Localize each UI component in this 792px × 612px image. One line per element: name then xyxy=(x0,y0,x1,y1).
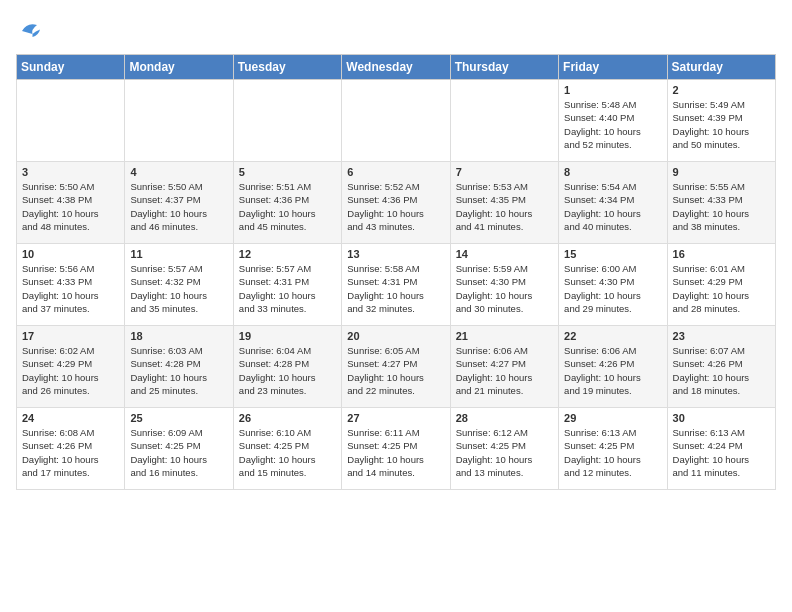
day-info-line: Sunrise: 6:11 AM xyxy=(347,426,444,439)
day-number: 16 xyxy=(673,248,770,260)
day-info-line: Sunset: 4:25 PM xyxy=(456,439,553,452)
day-info-line: and 41 minutes. xyxy=(456,220,553,233)
day-info-line: Daylight: 10 hours xyxy=(564,453,661,466)
day-info-line: Daylight: 10 hours xyxy=(239,207,336,220)
day-header-tuesday: Tuesday xyxy=(233,55,341,80)
logo-icon xyxy=(16,16,46,46)
calendar-cell xyxy=(342,80,450,162)
day-number: 17 xyxy=(22,330,119,342)
day-number: 5 xyxy=(239,166,336,178)
day-info-line: Sunset: 4:31 PM xyxy=(347,275,444,288)
day-info-line: Sunset: 4:31 PM xyxy=(239,275,336,288)
calendar-cell: 7Sunrise: 5:53 AMSunset: 4:35 PMDaylight… xyxy=(450,162,558,244)
day-info-line: Sunset: 4:39 PM xyxy=(673,111,770,124)
day-info-line: Daylight: 10 hours xyxy=(239,371,336,384)
day-info-line: Sunrise: 6:08 AM xyxy=(22,426,119,439)
day-info-line: Daylight: 10 hours xyxy=(347,289,444,302)
day-number: 14 xyxy=(456,248,553,260)
day-info-line: Sunrise: 6:03 AM xyxy=(130,344,227,357)
day-number: 7 xyxy=(456,166,553,178)
day-info-line: Daylight: 10 hours xyxy=(22,207,119,220)
calendar-cell: 16Sunrise: 6:01 AMSunset: 4:29 PMDayligh… xyxy=(667,244,775,326)
day-info-line: Sunset: 4:33 PM xyxy=(673,193,770,206)
day-info-line: and 13 minutes. xyxy=(456,466,553,479)
calendar-cell: 23Sunrise: 6:07 AMSunset: 4:26 PMDayligh… xyxy=(667,326,775,408)
day-info-line: Daylight: 10 hours xyxy=(347,453,444,466)
day-info-line: and 22 minutes. xyxy=(347,384,444,397)
calendar-cell: 8Sunrise: 5:54 AMSunset: 4:34 PMDaylight… xyxy=(559,162,667,244)
calendar-week-row: 3Sunrise: 5:50 AMSunset: 4:38 PMDaylight… xyxy=(17,162,776,244)
day-info-line: and 52 minutes. xyxy=(564,138,661,151)
day-number: 9 xyxy=(673,166,770,178)
day-info-line: Sunrise: 6:09 AM xyxy=(130,426,227,439)
day-info-line: Sunset: 4:26 PM xyxy=(22,439,119,452)
calendar-cell: 6Sunrise: 5:52 AMSunset: 4:36 PMDaylight… xyxy=(342,162,450,244)
day-info-line: Sunset: 4:26 PM xyxy=(564,357,661,370)
day-info-line: Sunset: 4:29 PM xyxy=(22,357,119,370)
day-info-line: Sunset: 4:30 PM xyxy=(456,275,553,288)
day-info-line: Sunrise: 5:55 AM xyxy=(673,180,770,193)
day-info-line: and 21 minutes. xyxy=(456,384,553,397)
day-number: 2 xyxy=(673,84,770,96)
day-info-line: Daylight: 10 hours xyxy=(456,371,553,384)
day-info-line: Sunrise: 6:13 AM xyxy=(564,426,661,439)
calendar-cell: 3Sunrise: 5:50 AMSunset: 4:38 PMDaylight… xyxy=(17,162,125,244)
day-header-monday: Monday xyxy=(125,55,233,80)
day-info-line: Sunrise: 5:52 AM xyxy=(347,180,444,193)
day-number: 10 xyxy=(22,248,119,260)
calendar-table: SundayMondayTuesdayWednesdayThursdayFrid… xyxy=(16,54,776,490)
day-info-line: and 25 minutes. xyxy=(130,384,227,397)
day-info-line: and 38 minutes. xyxy=(673,220,770,233)
calendar-cell: 28Sunrise: 6:12 AMSunset: 4:25 PMDayligh… xyxy=(450,408,558,490)
day-number: 1 xyxy=(564,84,661,96)
day-info-line: Sunset: 4:25 PM xyxy=(130,439,227,452)
day-number: 11 xyxy=(130,248,227,260)
day-info-line: Daylight: 10 hours xyxy=(22,289,119,302)
calendar-week-row: 10Sunrise: 5:56 AMSunset: 4:33 PMDayligh… xyxy=(17,244,776,326)
day-info-line: and 14 minutes. xyxy=(347,466,444,479)
day-header-saturday: Saturday xyxy=(667,55,775,80)
day-number: 6 xyxy=(347,166,444,178)
day-info-line: Sunrise: 5:51 AM xyxy=(239,180,336,193)
day-info-line: Daylight: 10 hours xyxy=(239,289,336,302)
day-info-line: Daylight: 10 hours xyxy=(239,453,336,466)
day-info-line: Daylight: 10 hours xyxy=(347,207,444,220)
day-info-line: Sunrise: 5:57 AM xyxy=(239,262,336,275)
day-info-line: Sunrise: 6:04 AM xyxy=(239,344,336,357)
day-info-line: Sunrise: 6:07 AM xyxy=(673,344,770,357)
day-info-line: Sunset: 4:35 PM xyxy=(456,193,553,206)
day-info-line: and 26 minutes. xyxy=(22,384,119,397)
day-info-line: Sunrise: 6:06 AM xyxy=(456,344,553,357)
day-info-line: and 46 minutes. xyxy=(130,220,227,233)
day-number: 30 xyxy=(673,412,770,424)
day-header-friday: Friday xyxy=(559,55,667,80)
day-info-line: and 12 minutes. xyxy=(564,466,661,479)
day-info-line: Daylight: 10 hours xyxy=(130,289,227,302)
day-info-line: and 29 minutes. xyxy=(564,302,661,315)
day-info-line: Daylight: 10 hours xyxy=(564,207,661,220)
day-info-line: Daylight: 10 hours xyxy=(673,207,770,220)
day-info-line: and 50 minutes. xyxy=(673,138,770,151)
day-number: 25 xyxy=(130,412,227,424)
day-info-line: and 18 minutes. xyxy=(673,384,770,397)
day-info-line: Sunrise: 5:57 AM xyxy=(130,262,227,275)
day-info-line: Daylight: 10 hours xyxy=(347,371,444,384)
calendar-cell: 11Sunrise: 5:57 AMSunset: 4:32 PMDayligh… xyxy=(125,244,233,326)
calendar-cell xyxy=(450,80,558,162)
day-info-line: Daylight: 10 hours xyxy=(564,371,661,384)
day-info-line: Sunset: 4:28 PM xyxy=(130,357,227,370)
day-header-wednesday: Wednesday xyxy=(342,55,450,80)
calendar-cell: 18Sunrise: 6:03 AMSunset: 4:28 PMDayligh… xyxy=(125,326,233,408)
day-info-line: Sunset: 4:38 PM xyxy=(22,193,119,206)
day-info-line: Daylight: 10 hours xyxy=(564,125,661,138)
logo xyxy=(16,16,50,46)
day-info-line: Sunset: 4:33 PM xyxy=(22,275,119,288)
day-number: 8 xyxy=(564,166,661,178)
day-info-line: Sunset: 4:30 PM xyxy=(564,275,661,288)
day-info-line: Daylight: 10 hours xyxy=(456,453,553,466)
day-info-line: Sunset: 4:34 PM xyxy=(564,193,661,206)
calendar-cell: 24Sunrise: 6:08 AMSunset: 4:26 PMDayligh… xyxy=(17,408,125,490)
day-info-line: Sunset: 4:36 PM xyxy=(239,193,336,206)
calendar-cell: 5Sunrise: 5:51 AMSunset: 4:36 PMDaylight… xyxy=(233,162,341,244)
day-info-line: and 33 minutes. xyxy=(239,302,336,315)
